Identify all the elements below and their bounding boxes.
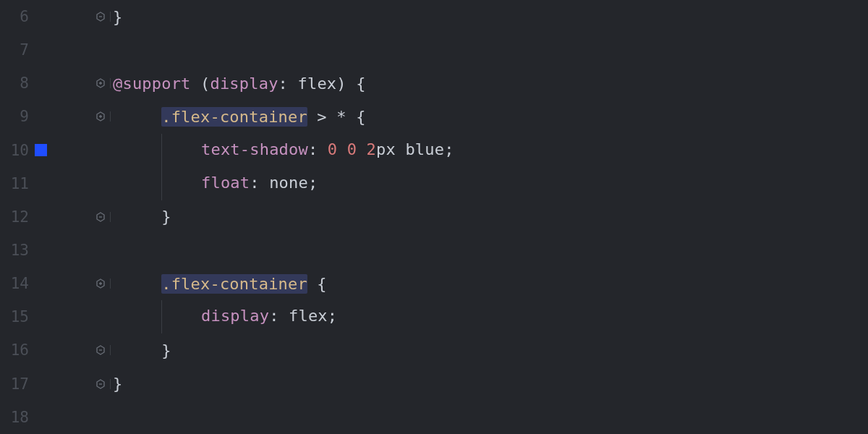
- code-line[interactable]: 16 }: [0, 333, 868, 367]
- code-line[interactable]: 6 }: [0, 0, 868, 33]
- code-content[interactable]: .flex-container {: [110, 275, 868, 293]
- line-number: 15: [0, 308, 33, 326]
- code-line[interactable]: 12 }: [0, 200, 868, 234]
- fold-gutter: [59, 12, 110, 22]
- fold-open-icon[interactable]: [95, 78, 106, 88]
- code-line[interactable]: 9 .flex-container > * {: [0, 100, 868, 133]
- fold-gutter: [59, 278, 110, 289]
- code-line[interactable]: 15 display: flex;: [0, 300, 868, 333]
- line-number: 10: [0, 142, 33, 159]
- fold-close-icon[interactable]: [95, 379, 106, 389]
- line-number: 12: [0, 208, 33, 226]
- fold-gutter: [59, 78, 110, 88]
- fold-gutter: [59, 212, 110, 222]
- code-line[interactable]: 8 @support (display: flex) {: [0, 67, 868, 100]
- line-number: 11: [0, 175, 33, 192]
- fold-open-icon[interactable]: [95, 278, 106, 289]
- bookmark-marker-icon[interactable]: [35, 144, 47, 156]
- line-number: 8: [0, 75, 33, 92]
- line-number: 9: [0, 108, 33, 125]
- fold-gutter: [59, 345, 110, 355]
- line-number: 17: [0, 375, 33, 393]
- code-editor[interactable]: 6 } 7 8 @support (display: flex) { 9: [0, 0, 868, 434]
- line-number: 18: [0, 409, 33, 426]
- code-content[interactable]: @support (display: flex) {: [110, 75, 868, 93]
- code-content[interactable]: display: flex;: [110, 300, 868, 333]
- fold-close-icon[interactable]: [95, 12, 106, 22]
- code-content[interactable]: .flex-container > * {: [110, 108, 868, 126]
- code-line[interactable]: 13: [0, 234, 868, 267]
- code-line[interactable]: 14 .flex-container {: [0, 267, 868, 300]
- code-content[interactable]: }: [110, 208, 868, 226]
- code-content[interactable]: text-shadow: 0 0 2px blue;: [110, 134, 868, 167]
- code-content[interactable]: }: [110, 8, 868, 26]
- fold-close-icon[interactable]: [95, 212, 106, 222]
- line-number: 6: [0, 8, 33, 25]
- fold-gutter: [59, 111, 110, 122]
- code-content[interactable]: }: [110, 375, 868, 393]
- code-line[interactable]: 17 }: [0, 367, 868, 401]
- fold-gutter: [59, 379, 110, 389]
- code-line[interactable]: 11 float: none;: [0, 167, 868, 200]
- code-content[interactable]: float: none;: [110, 167, 868, 200]
- code-line[interactable]: 7: [0, 33, 868, 67]
- code-line[interactable]: 18: [0, 401, 868, 434]
- marker-gutter: [33, 144, 59, 156]
- line-number: 13: [0, 242, 33, 259]
- fold-open-icon[interactable]: [95, 111, 106, 122]
- code-content[interactable]: }: [110, 341, 868, 359]
- fold-close-icon[interactable]: [95, 345, 106, 355]
- line-number: 14: [0, 275, 33, 292]
- line-number: 7: [0, 41, 33, 59]
- line-number: 16: [0, 341, 33, 359]
- code-line[interactable]: 10 text-shadow: 0 0 2px blue;: [0, 134, 868, 167]
